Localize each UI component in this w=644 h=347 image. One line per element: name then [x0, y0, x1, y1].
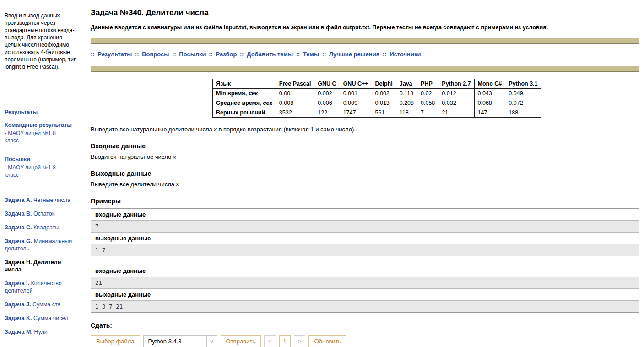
sidebar-item-problem-h-current[interactable]: Задача H. Делители числа [5, 259, 77, 273]
stat-cell: 0.001 [276, 89, 314, 98]
io-notice: Данные вводятся с клавиатуры или из файл… [91, 24, 639, 31]
nav-link-analysis[interactable]: Разбор [216, 51, 237, 58]
stat-cell: 0.006 [314, 98, 340, 108]
input-description: Вводится натуральное число x [91, 153, 639, 160]
row-label-text: Min время, [216, 90, 247, 97]
stat-cell: 0.002 [372, 89, 396, 98]
sidebar-item-problem-m[interactable]: Задача M. Нули [5, 328, 77, 336]
stat-cell: 118 [396, 108, 417, 118]
language-select-value: Python 3.4.3 [144, 338, 206, 345]
language-stats-table: Язык Free Pascal GNU C GNU C++ Delphi Ja… [212, 79, 541, 118]
nav-link-add-topics[interactable]: Добавить темы [247, 51, 293, 58]
example-input-value: 7 [91, 221, 639, 233]
output-description: Выведите все делители числа x [91, 181, 639, 188]
example-input-label: входные данные [91, 265, 639, 277]
dropdown-arrow-icon: v [206, 336, 217, 347]
column-header: Delphi [372, 79, 396, 89]
sidebar-item-problem-i[interactable]: Задача I. Количество делителей [5, 280, 77, 294]
problem-letter: Задача M. [5, 329, 32, 335]
nav-link-results[interactable]: Результаты [97, 51, 132, 58]
nav-link-questions[interactable]: Вопросы [142, 51, 169, 58]
column-header: Python 3.1 [505, 79, 541, 89]
submit-heading: Сдать: [91, 322, 639, 329]
sidebar-link-team-results-sub[interactable]: - МАОУ лицей №1 8 класс [5, 130, 64, 144]
column-header: GNU C++ [340, 79, 372, 89]
statement-text: в порядке возрастания (включая 1 и само … [217, 126, 356, 133]
output-text: Выведите все делители числа [91, 181, 176, 188]
nav-link-sources[interactable]: Источники [390, 51, 421, 58]
submit-button[interactable]: Отправить [221, 335, 261, 347]
file-select-button[interactable]: Выбор файла [91, 335, 140, 347]
stat-cell: 3532 [276, 108, 314, 118]
sidebar: Ввод и вывод данных производятся через с… [0, 0, 82, 347]
table-row-correct-solutions: Верных решений 3532 122 1747 561 118 7 2… [213, 108, 541, 118]
examples-heading: Примеры [91, 197, 639, 205]
sidebar-group-submissions: Посылки - МАОУ лицей №1 8 класс [5, 156, 77, 179]
sidebar-item-problem-k[interactable]: Задача K. Сумма чисел [5, 314, 77, 322]
row-label-text: Среднее время, [216, 100, 261, 106]
input-variable: x [173, 153, 176, 160]
pager-next-button[interactable]: > [294, 335, 306, 347]
row-label-unit: сек [249, 90, 258, 97]
stat-cell: 0.001 [340, 89, 372, 98]
refresh-button[interactable]: Обновить [308, 335, 346, 347]
nav-link-topics[interactable]: Темы [303, 51, 319, 58]
sidebar-item-problem-c[interactable]: Задача C. Квадраты [5, 224, 77, 231]
column-header: Java [396, 79, 417, 89]
problem-letter: Задача J. [5, 301, 31, 308]
stat-cell: 0.043 [474, 89, 505, 98]
stat-cell: 0.058 [417, 98, 438, 108]
sidebar-item-problem-j[interactable]: Задача J. Сумма ста [5, 301, 77, 308]
stat-cell: 0.072 [505, 98, 541, 108]
output-heading: Выходные данные [91, 170, 639, 177]
problem-letter: Задача G. [5, 238, 32, 244]
problem-letter: Задача H. [5, 259, 32, 266]
example-output-value: 1 7 [91, 244, 639, 256]
pager-prev-button[interactable]: < [264, 335, 276, 347]
stat-cell: 0.002 [314, 89, 340, 98]
nav-link-best-solutions[interactable]: Лучшие решения [329, 51, 379, 58]
sidebar-group-team-results: Командные результаты - МАОУ лицей №1 8 к… [5, 122, 77, 144]
column-header: GNU C [314, 79, 340, 89]
stat-cell: 0.008 [276, 98, 314, 108]
sidebar-link-results[interactable]: Результаты [5, 109, 77, 115]
problem-title: Сумма чисел [33, 315, 68, 321]
stat-cell: 0.208 [396, 98, 417, 108]
nav-separator: :: [240, 51, 244, 58]
sidebar-divider [5, 187, 77, 187]
problem-nav: :: Результаты :: Вопросы :: Посылки :: Р… [91, 51, 639, 58]
stat-cell: 0.118 [396, 89, 417, 98]
pager-page-1-button[interactable]: 1 [279, 335, 291, 347]
stat-cell: 0.032 [438, 98, 474, 108]
sidebar-item-problem-b[interactable]: Задача B. Остаток [5, 210, 77, 217]
column-header: Mono C# [474, 79, 505, 89]
row-label-text: Верных решений [216, 109, 265, 116]
page: Ввод и вывод данных производятся через с… [0, 0, 644, 347]
sidebar-item-problem-a[interactable]: Задача A. Четные числа [5, 196, 77, 204]
nav-link-submissions[interactable]: Посылки [179, 51, 206, 58]
stat-cell: 21 [438, 108, 474, 118]
sidebar-link-submissions-sub[interactable]: - МАОУ лицей №1 8 класс [5, 164, 64, 179]
example-block-2: входные данные 21 выходные данные 1 3 7 … [91, 265, 639, 313]
nav-separator: :: [91, 51, 95, 58]
problem-letter: Задача I. [5, 280, 29, 287]
language-select[interactable]: Python 3.4.3 v [143, 335, 217, 347]
problem-letter: Задача B. [5, 211, 32, 217]
example-output-label: выходные данные [91, 233, 639, 244]
stat-cell: 0.009 [340, 98, 372, 108]
sidebar-group-results: Результаты [5, 109, 77, 115]
main-content: Задача №340. Делители числа Данные вводя… [82, 0, 644, 347]
problem-title: Нули [34, 329, 47, 335]
stat-cell: 188 [505, 108, 541, 118]
sidebar-item-problem-g[interactable]: Задача G. Минимальный делитель [5, 238, 77, 252]
input-heading: Входные данные [91, 142, 639, 150]
nav-separator: :: [135, 51, 139, 58]
sidebar-link-team-results[interactable]: Командные результаты [5, 122, 77, 128]
sidebar-link-submissions[interactable]: Посылки [5, 156, 77, 163]
column-header: PHP [417, 79, 438, 89]
input-text: Вводится натуральное число [91, 153, 173, 160]
row-label: Среднее время,сек [213, 98, 276, 108]
problem-title: Четные числа [33, 197, 70, 203]
column-header: Язык [213, 79, 276, 89]
problem-letter: Задача C. [5, 224, 32, 231]
